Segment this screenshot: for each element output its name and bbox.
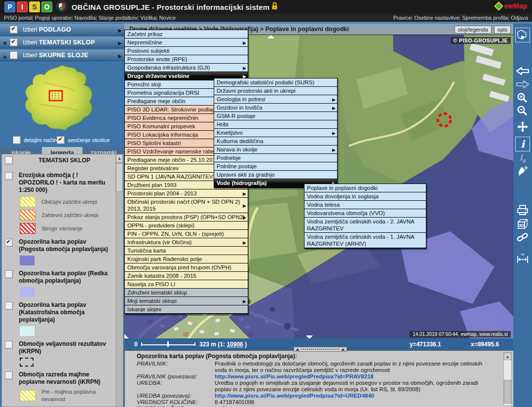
gps-button[interactable] <box>517 165 529 177</box>
share-link-button[interactable] <box>516 231 529 243</box>
legend-checkbox[interactable] <box>5 341 13 349</box>
menu-item[interactable]: Podnebje <box>214 154 337 162</box>
3d-view-button[interactable]: 3D <box>516 218 529 230</box>
menu-item[interactable]: Moji tematski sklopi <box>125 297 248 305</box>
menu-item[interactable]: Upravni akti za gradnjo <box>214 171 337 179</box>
menu-item[interactable]: Turistična karta <box>125 247 248 255</box>
menu-item[interactable]: Nepremičnine <box>125 38 248 47</box>
zoom-in-button[interactable] <box>517 92 529 104</box>
legend-row <box>20 358 116 367</box>
menu-item[interactable]: Demografski statistični podatki (SURS) <box>214 78 337 87</box>
menu-item[interactable]: Poslovni subjekti <box>125 47 248 55</box>
menu-item[interactable]: Območja varovanja pred hrupom (OVPH) <box>125 263 248 272</box>
menu-item[interactable]: Začetni prikaz <box>125 30 248 38</box>
menu-item[interactable]: Infrastruktura (vir Občina) <box>125 238 248 247</box>
legend-checkbox[interactable] <box>5 270 13 278</box>
menu-item[interactable]: GSM-R postaje <box>214 112 337 120</box>
overview-map[interactable] <box>0 62 124 135</box>
scroll-up-icon[interactable] <box>116 154 123 162</box>
panel-resize-handle[interactable] <box>294 347 347 352</box>
open-menu-arrow-icon[interactable] <box>118 25 122 34</box>
info-tool-button[interactable]: i <box>515 137 530 151</box>
menu-item[interactable]: Geologija in potresi <box>214 95 337 104</box>
menu-item[interactable]: Iskanje slojev <box>125 305 248 314</box>
legend-checkbox[interactable] <box>5 172 13 180</box>
menubar-link[interactable]: Pogoji uporabe <box>32 15 72 21</box>
selector-checkbox[interactable] <box>10 51 18 59</box>
menu-item[interactable]: Vodna zemljišča celinskih voda - 2. JAVN… <box>304 218 426 233</box>
legend-checkbox[interactable] <box>5 239 13 247</box>
menu-item[interactable]: Vodna telesa <box>304 201 426 209</box>
open-menu-arrow-icon[interactable] <box>118 38 122 47</box>
legend-checkbox[interactable] <box>5 371 13 379</box>
collapse-up-icon[interactable] <box>267 35 274 38</box>
menu-item[interactable]: Občinski prostorski načrt (OPN + SD OPN … <box>125 198 248 213</box>
layer-selector-row[interactable]: Izberi PODLAGO <box>0 24 124 36</box>
legend-scrollbar[interactable] <box>115 154 123 407</box>
menu-item[interactable]: Poplave in poplavni dogodki <box>304 184 426 192</box>
details-label: VREDNOST KOLIČINE: <box>137 399 215 406</box>
legend-checkbox[interactable] <box>5 302 13 310</box>
selector-checkbox[interactable] <box>10 26 18 34</box>
option-checkbox[interactable] <box>13 136 21 144</box>
menubar-link[interactable]: Odjava <box>508 15 528 21</box>
menu-item[interactable]: Združeni tematski sklop <box>125 289 248 297</box>
menu-item[interactable]: OPPN - predvideni (sklepi) <box>125 222 248 230</box>
submenu-arrow-icon <box>243 202 246 209</box>
piso-logo[interactable]: PISO <box>3 1 52 12</box>
scroll-up-icon[interactable] <box>504 353 511 360</box>
group-info-tool-button[interactable]: ig <box>520 153 526 163</box>
menu-item[interactable]: Prostorski plan 2004 - 2013 <box>125 189 248 198</box>
back-arrow-button[interactable] <box>516 66 530 76</box>
submenu-arrow-icon <box>332 146 336 153</box>
layer-selector-row[interactable]: Izberi SKUPNE SLOJE <box>0 49 124 61</box>
open-menu-arrow-icon[interactable] <box>118 51 122 60</box>
map-timestamp: 14.01.2019 07:50:44, ewmap, www.realis.s… <box>410 331 511 337</box>
piso-logo-letter: P <box>4 1 15 12</box>
scroll-thumb[interactable] <box>116 163 123 192</box>
collapse-arrow-icon[interactable] <box>0 38 10 47</box>
selector-checkbox[interactable] <box>10 38 18 46</box>
menu-item[interactable]: Kulturna dediščina <box>214 137 337 146</box>
menu-item[interactable]: Gozdovi in lovišča <box>214 104 337 112</box>
menu-item[interactable]: Vodovarstvena območja (VVO) <box>304 209 426 218</box>
layer-selector-row[interactable]: Izberi TEMATSKI SKLOP <box>0 37 124 48</box>
menu-item[interactable]: Vodna dovoljenja in soglasja <box>304 192 426 201</box>
menubar-link[interactable]: Pravice <box>393 15 412 21</box>
menubar-link[interactable]: Vizitka <box>137 15 156 21</box>
menu-item[interactable]: Polnilne postaje <box>214 162 337 171</box>
zoom-out-button[interactable] <box>517 105 529 117</box>
print-button[interactable] <box>516 204 529 216</box>
breadcrumb-button[interactable]: sloji/legenda <box>455 26 492 34</box>
pan-button[interactable] <box>517 121 529 133</box>
scale-value-link[interactable]: 10906 <box>227 341 243 348</box>
legend-header-checkbox[interactable] <box>5 156 13 164</box>
menubar-link[interactable]: Osebne nastavitve <box>411 15 459 21</box>
menubar-link[interactable]: PISO portal <box>4 15 32 21</box>
menubar-link[interactable]: Novice <box>156 15 176 21</box>
scroll-thumb[interactable] <box>504 380 511 404</box>
menu-item[interactable]: Naselja za PISO LI <box>125 280 248 289</box>
menubar-link[interactable]: Navodila <box>72 15 96 21</box>
menu-item[interactable]: Prikaz stanja prostora (PSP) (OPN+SD OPN… <box>125 213 248 222</box>
collapse-arrow-icon[interactable] <box>0 51 10 60</box>
menu-item[interactable]: Krajinski park Radensko polje <box>125 255 248 263</box>
full-extent-button[interactable] <box>515 28 530 42</box>
menubar-link[interactable]: Stanje podatkov <box>96 15 138 21</box>
option-checkbox[interactable] <box>57 136 65 144</box>
menubar-link[interactable]: Sprememba profila <box>459 15 508 21</box>
menu-item[interactable]: Gospodarska infrastruktura (GJI) <box>125 64 248 72</box>
breadcrumb-button[interactable]: opis <box>494 26 511 34</box>
menu-item[interactable]: Kmetijstvo <box>214 129 337 137</box>
menu-item[interactable]: Hribi <box>214 120 337 129</box>
menu-item[interactable]: Vodna zemljišča celinskih voda - 1. JAVN… <box>304 233 426 248</box>
menu-item[interactable]: PIN - OPPN, ZN, UrN, OLN - (sprejeti) <box>125 230 248 238</box>
menu-item[interactable]: Zamik katastra 2008 - 2015 <box>125 272 248 280</box>
measure-button[interactable]: m <box>516 252 530 264</box>
details-scrollbar[interactable] <box>503 352 512 406</box>
menu-item[interactable]: Državni prostorski akti in ukrepi <box>214 87 337 95</box>
menu-item[interactable]: Prostorske enote (RPE) <box>125 55 248 64</box>
menu-item[interactable]: Narava in okolje <box>214 146 337 154</box>
details-value: http://www.pisrs.si/Pis.web/pregledPredp… <box>215 373 494 380</box>
forward-arrow-button[interactable] <box>516 79 530 89</box>
